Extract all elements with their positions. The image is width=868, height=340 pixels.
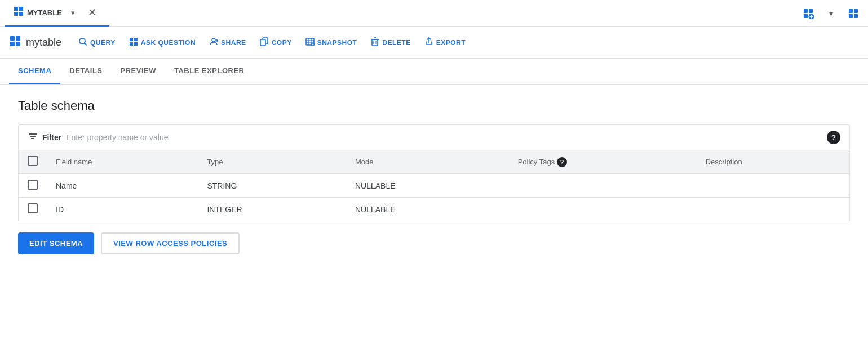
row-select-checkbox[interactable] [28,180,38,190]
tabs-bar: SCHEMA DETAILS PREVIEW TABLE EXPLORER [0,59,868,85]
cell-description [697,198,850,221]
content-area: Table schema Filter Enter property name … [0,85,868,268]
cell-mode: NULLABLE [346,198,509,221]
toolbar-table-name: mytable [26,37,61,48]
policy-tags-help-icon[interactable]: ? [557,157,567,167]
snapshot-button[interactable]: SNAPSHOT [300,34,363,52]
filter-label: Filter [42,133,61,142]
cell-type: INTEGER [198,198,346,221]
table-header-row: Field name Type Mode Policy Tags ? Descr… [19,150,850,174]
svg-rect-2 [14,12,18,16]
ask-question-icon [129,37,138,48]
col-header-checkbox [19,150,47,174]
svg-rect-23 [130,42,133,46]
top-bar: MYTABLE ▾ ✕ ▾ [0,0,868,27]
table-row: Name STRING NULLABLE [19,174,850,198]
svg-rect-5 [809,9,813,13]
cell-policy-tags [509,174,697,198]
copy-label: COPY [272,39,292,47]
row-checkbox-id [19,198,47,221]
export-label: EXPORT [436,39,466,47]
select-all-checkbox[interactable] [28,156,38,166]
query-icon [78,37,87,48]
table-list-icon[interactable] [843,3,863,24]
schema-section-title: Table schema [18,99,850,113]
delete-button[interactable]: DELETE [365,34,416,52]
svg-point-25 [212,38,215,42]
svg-rect-14 [854,14,858,18]
add-tab-button[interactable] [798,3,818,24]
svg-rect-6 [804,14,808,18]
share-icon [209,37,218,48]
ask-question-button[interactable]: ASK QUESTION [123,34,201,52]
col-header-field-name: Field name [47,150,198,174]
svg-rect-3 [19,12,23,16]
export-button[interactable]: EXPORT [419,34,471,52]
cell-description [697,174,850,198]
svg-rect-11 [849,9,853,13]
ask-question-label: ASK QUESTION [141,39,196,47]
svg-line-20 [85,43,87,45]
share-button[interactable]: SHARE [203,34,252,52]
svg-rect-39 [372,39,378,46]
svg-rect-4 [804,9,808,13]
query-button[interactable]: QUERY [73,34,121,52]
cell-field-name: ID [47,198,198,221]
svg-rect-24 [134,42,138,46]
tab-table-explorer[interactable]: TABLE EXPLORER [165,59,254,84]
row-checkbox-name [19,174,47,198]
snapshot-label: SNAPSHOT [317,39,357,47]
tab-schema[interactable]: SCHEMA [9,59,60,84]
svg-rect-17 [10,42,15,46]
schema-table: Field name Type Mode Policy Tags ? Descr… [18,150,850,221]
toolbar-title: mytable [9,35,61,50]
edit-schema-button[interactable]: EDIT SCHEMA [18,232,94,254]
table-row: ID INTEGER NULLABLE [19,198,850,221]
filter-icon [28,131,38,144]
filter-placeholder[interactable]: Enter property name or value [66,133,168,142]
col-header-policy-tags: Policy Tags ? [509,150,697,174]
top-bar-left: MYTABLE ▾ ✕ [5,0,109,27]
row-select-checkbox[interactable] [28,203,38,213]
bottom-actions: EDIT SCHEMA VIEW ROW ACCESS POLICIES [18,232,850,254]
table-grid-icon [14,6,24,19]
svg-rect-1 [19,7,23,11]
svg-rect-0 [14,7,18,11]
top-tab-label: MYTABLE [27,8,62,17]
cell-policy-tags [509,198,697,221]
svg-rect-21 [130,38,133,41]
filter-help-button[interactable]: ? [827,131,840,144]
export-icon [424,37,433,48]
dropdown-chevron-icon[interactable]: ▾ [65,5,81,20]
share-label: SHARE [221,39,246,47]
svg-rect-22 [134,38,138,41]
svg-rect-12 [854,9,858,13]
copy-icon [260,37,269,48]
col-header-mode: Mode [346,150,509,174]
cell-field-name: Name [47,174,198,198]
tab-dropdown-button[interactable]: ▾ [821,3,841,24]
svg-rect-16 [16,36,20,41]
filter-row: Filter Enter property name or value ? [18,124,850,150]
svg-rect-13 [849,14,853,18]
filter-left: Filter Enter property name or value [28,131,169,144]
copy-button[interactable]: COPY [254,34,298,52]
delete-label: DELETE [382,39,410,47]
tab-preview[interactable]: PREVIEW [112,59,165,84]
svg-rect-18 [16,42,20,46]
close-tab-button[interactable]: ✕ [85,5,100,20]
svg-rect-15 [10,36,15,41]
col-header-type: Type [198,150,346,174]
col-header-description: Description [697,150,850,174]
delete-icon [370,37,379,48]
svg-rect-30 [260,39,265,46]
toolbar-table-icon [9,35,21,50]
view-row-access-button[interactable]: VIEW ROW ACCESS POLICIES [101,232,240,254]
cell-type: STRING [198,174,346,198]
cell-mode: NULLABLE [346,174,509,198]
tab-details[interactable]: DETAILS [60,59,111,84]
snapshot-icon [305,37,315,48]
toolbar: mytable QUERY ASK QUESTION [0,27,868,59]
top-bar-right: ▾ [798,3,863,24]
top-tab-mytable[interactable]: MYTABLE ▾ ✕ [5,0,109,27]
